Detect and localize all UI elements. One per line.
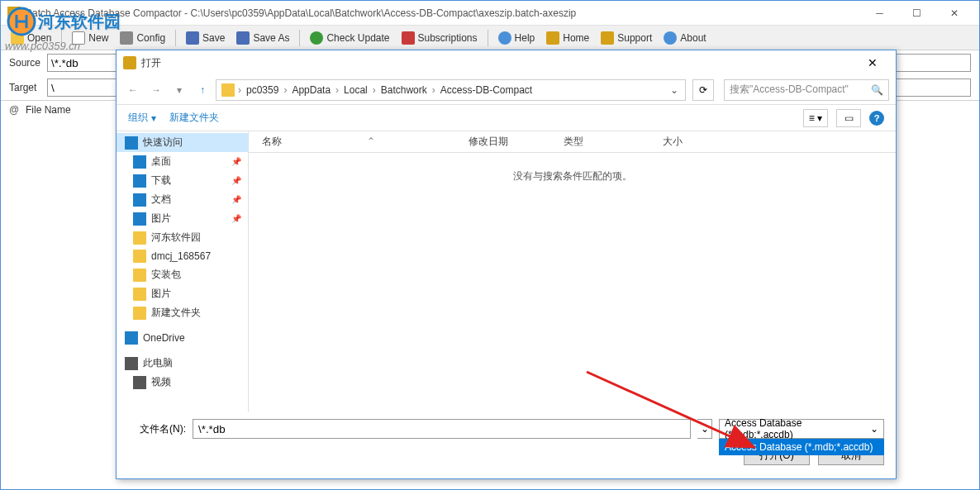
filename-label: 文件名(N): [128, 422, 186, 436]
save-as-button[interactable]: Save As [231, 29, 294, 47]
dialog-nav: ← → ▾ ↑ › pc0359› AppData› Local› Batchw… [117, 75, 896, 105]
home-button[interactable]: Home [541, 29, 594, 47]
sidebar-item[interactable]: OneDrive [117, 329, 248, 347]
dialog-close-button[interactable]: ✕ [856, 51, 889, 74]
col-type[interactable]: 类型 [564, 135, 663, 149]
about-icon [664, 31, 677, 45]
breadcrumb-item[interactable]: pc0359 [241, 84, 283, 96]
download-icon [133, 174, 146, 188]
breadcrumb-dropdown[interactable]: ⌄ [665, 84, 683, 96]
filter-dropdown-option[interactable]: Access Database (*.mdb;*.accdb) [719, 439, 884, 455]
breadcrumb-item[interactable]: AppData [287, 84, 335, 96]
sidebar-item[interactable]: 下载📌 [117, 171, 248, 190]
search-input[interactable]: 搜索"Access-DB-Compact" 🔍 [724, 79, 889, 101]
sidebar-item[interactable]: 视频 [117, 373, 248, 392]
col-size[interactable]: 大小 [663, 135, 729, 149]
app-icon [7, 7, 21, 20]
config-button[interactable]: Config [115, 29, 170, 47]
sidebar-item-label: 河东软件园 [151, 231, 201, 245]
sidebar-item[interactable]: 快速访问 [117, 133, 248, 152]
sidebar-item[interactable]: dmcj_168567 [117, 247, 248, 265]
pic-icon [133, 212, 146, 226]
sidebar-item[interactable]: 河东软件园 [117, 228, 248, 247]
save-as-icon [236, 31, 250, 45]
check-update-button[interactable]: Check Update [305, 29, 394, 47]
breadcrumb-item[interactable]: Access-DB-Compact [435, 84, 537, 96]
dialog-icon [123, 56, 136, 69]
help-icon [498, 31, 511, 45]
sidebar-item[interactable]: 图片 [117, 284, 248, 303]
sidebar-item-label: 新建文件夹 [151, 306, 201, 320]
col-date[interactable]: 修改日期 [469, 135, 564, 149]
target-label: Target [9, 82, 42, 93]
col-filename: File Name [26, 104, 71, 116]
sidebar-item-label: OneDrive [143, 332, 185, 344]
help-button[interactable]: Help [493, 29, 540, 47]
about-button[interactable]: About [659, 29, 711, 47]
file-open-dialog: 打开 ✕ ← → ▾ ↑ › pc0359› AppData› Local› B… [116, 50, 897, 479]
minimize-button[interactable]: ─ [861, 2, 898, 25]
open-button[interactable]: Open [6, 29, 56, 47]
filename-dropdown[interactable]: ⌄ [697, 419, 712, 439]
organize-button[interactable]: 组织 ▾ [128, 111, 156, 125]
nav-forward-button[interactable]: → [146, 80, 166, 100]
sidebar-item-label: dmcj_168567 [151, 250, 211, 262]
sidebar-item-label: 桌面 [151, 155, 171, 169]
sidebar-item-label: 图片 [151, 287, 171, 301]
cloud-icon [125, 331, 138, 345]
nav-up-button[interactable]: ↑ [193, 80, 212, 100]
folder-icon [133, 250, 146, 263]
chevron-down-icon: ⌄ [870, 423, 878, 435]
breadcrumb-item[interactable]: Local [339, 84, 373, 96]
view-details-button[interactable]: ≡ ▾ [803, 109, 828, 127]
main-toolbar: Open New Config Save Save As Check Updat… [1, 26, 979, 50]
view-preview-button[interactable]: ▭ [836, 109, 861, 127]
sidebar-item[interactable]: 此电脑 [117, 354, 248, 373]
sidebar-item[interactable]: 新建文件夹 [117, 303, 248, 322]
doc-icon [133, 193, 146, 207]
dialog-help-button[interactable]: ? [869, 111, 884, 126]
sidebar-item[interactable]: 文档📌 [117, 190, 248, 209]
sidebar-item[interactable]: 桌面📌 [117, 152, 248, 171]
desktop-icon [133, 155, 146, 169]
sidebar-tree[interactable]: 快速访问桌面📌下载📌文档📌图片📌河东软件园dmcj_168567安装包图片新建文… [117, 131, 249, 412]
update-icon [310, 31, 323, 45]
main-titlebar: Batch Access Database Compactor - C:\Use… [1, 1, 979, 26]
sidebar-item-label: 视频 [151, 375, 171, 389]
nav-history-button[interactable]: ▾ [169, 80, 189, 100]
breadcrumb[interactable]: › pc0359› AppData› Local› Batchwork› Acc… [216, 79, 686, 101]
pin-icon: 📌 [231, 195, 241, 204]
home-icon [546, 31, 559, 45]
subscriptions-icon [402, 31, 415, 45]
window-title: Batch Access Database Compactor - C:\Use… [26, 7, 861, 19]
dialog-title: 打开 [141, 56, 856, 70]
pin-icon: 📌 [231, 176, 241, 185]
support-button[interactable]: Support [596, 29, 657, 47]
folder-icon [133, 307, 146, 320]
source-label: Source [9, 57, 42, 69]
new-button[interactable]: New [67, 29, 113, 47]
maximize-button[interactable]: ☐ [898, 2, 935, 25]
sidebar-item[interactable]: 安装包 [117, 265, 248, 284]
star-icon [125, 136, 138, 150]
folder-icon [133, 288, 146, 301]
support-icon [601, 31, 614, 45]
close-button[interactable]: ✕ [935, 2, 973, 25]
subscriptions-button[interactable]: Subscriptions [397, 29, 483, 47]
pin-icon: 📌 [231, 157, 241, 166]
filetype-filter[interactable]: Access Database (*.mdb;*.accdb) ⌄ Access… [719, 419, 884, 439]
save-button[interactable]: Save [181, 29, 230, 47]
col-name[interactable]: 名称 ⌃ [262, 135, 469, 149]
refresh-button[interactable]: ⟳ [692, 79, 714, 101]
nav-back-button[interactable]: ← [123, 80, 143, 100]
save-icon [186, 31, 199, 45]
new-folder-button[interactable]: 新建文件夹 [169, 111, 219, 125]
sidebar-item-label: 下载 [151, 174, 171, 188]
sidebar-item[interactable]: 图片📌 [117, 209, 248, 228]
empty-message: 没有与搜索条件匹配的项。 [249, 153, 896, 200]
dialog-titlebar: 打开 ✕ [117, 50, 896, 75]
search-icon: 🔍 [871, 84, 883, 96]
sidebar-item-label: 快速访问 [143, 136, 183, 150]
filename-input[interactable] [193, 419, 691, 439]
breadcrumb-item[interactable]: Batchwork [376, 84, 432, 96]
